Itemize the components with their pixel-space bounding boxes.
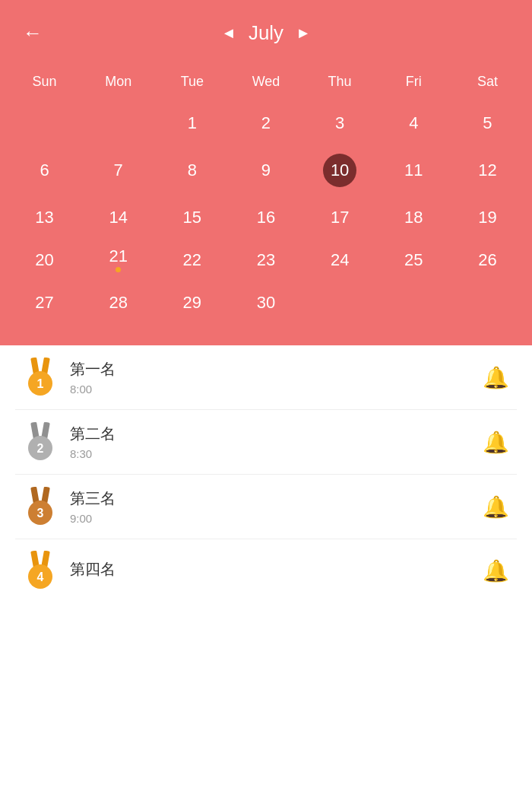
- medal-svg-4: 4: [23, 551, 58, 590]
- medal-icon: 1: [23, 360, 58, 395]
- events-list: 1 第一名8:00🔔 2 第二名8:30🔔 3: [0, 345, 532, 602]
- back-button[interactable]: ←: [23, 21, 43, 45]
- calendar-header: ← ◄ July ►: [0, 0, 532, 60]
- medal-icon: 4: [23, 553, 58, 588]
- bell-icon[interactable]: 🔔: [483, 558, 509, 583]
- calendar-day[interactable]: 15: [155, 198, 229, 237]
- calendar-day[interactable]: 8: [155, 146, 229, 195]
- weekday-sat: Sat: [451, 68, 524, 96]
- calendar-day[interactable]: 18: [377, 198, 451, 237]
- event-time: 8:00: [70, 383, 470, 396]
- weekday-headers: SunMonTueWedThuFriSat: [0, 60, 532, 100]
- event-content: 第三名9:00: [70, 488, 470, 525]
- list-item[interactable]: 3 第三名9:00🔔: [15, 475, 517, 539]
- calendar-day[interactable]: 5: [451, 103, 524, 143]
- svg-text:4: 4: [37, 571, 44, 583]
- calendar-day[interactable]: 14: [81, 198, 155, 237]
- calendar-day[interactable]: 16: [229, 198, 302, 237]
- calendar-day[interactable]: 21: [81, 240, 155, 280]
- calendar-day[interactable]: 26: [451, 240, 524, 280]
- weekday-tue: Tue: [155, 68, 229, 96]
- list-item[interactable]: 4 第四名🔔: [15, 539, 517, 602]
- calendar-day[interactable]: 4: [377, 103, 451, 143]
- svg-text:2: 2: [37, 442, 44, 455]
- calendar-day[interactable]: 20: [8, 240, 81, 280]
- next-month-button[interactable]: ►: [296, 24, 311, 42]
- calendar-day[interactable]: 12: [451, 146, 524, 195]
- medal-svg-1: 1: [23, 358, 58, 397]
- calendar-day[interactable]: 13: [8, 198, 81, 237]
- calendar-day[interactable]: 9: [229, 146, 302, 195]
- month-label: July: [249, 21, 283, 45]
- prev-month-button[interactable]: ◄: [221, 24, 236, 42]
- svg-text:1: 1: [37, 377, 44, 390]
- weekday-sun: Sun: [8, 68, 81, 96]
- calendar-day[interactable]: 10: [303, 146, 377, 195]
- calendar-day[interactable]: 2: [229, 103, 302, 143]
- calendar-grid: 1234567891011121314151617181920212223242…: [0, 100, 532, 323]
- calendar-day[interactable]: 22: [155, 240, 229, 280]
- event-title: 第四名: [70, 559, 470, 580]
- calendar-day[interactable]: 27: [8, 283, 81, 323]
- calendar-day[interactable]: 17: [303, 198, 377, 237]
- bell-icon[interactable]: 🔔: [483, 430, 509, 455]
- event-content: 第一名8:00: [70, 359, 470, 396]
- event-content: 第四名: [70, 559, 470, 583]
- calendar-day: [8, 103, 81, 143]
- list-item[interactable]: 2 第二名8:30🔔: [15, 410, 517, 475]
- calendar-day[interactable]: 28: [81, 283, 155, 323]
- calendar-day[interactable]: 19: [451, 198, 524, 237]
- calendar-day[interactable]: 29: [155, 283, 229, 323]
- event-content: 第二名8:30: [70, 424, 470, 460]
- weekday-fri: Fri: [377, 68, 451, 96]
- calendar-day[interactable]: 1: [155, 103, 229, 143]
- calendar-day[interactable]: 25: [377, 240, 451, 280]
- calendar-day: [451, 283, 524, 323]
- medal-svg-3: 3: [23, 487, 58, 526]
- list-item[interactable]: 1 第一名8:00🔔: [15, 345, 517, 410]
- event-title: 第三名: [70, 488, 470, 509]
- event-time: 9:00: [70, 512, 470, 525]
- calendar-day: [81, 103, 155, 143]
- event-title: 第二名: [70, 424, 470, 444]
- bell-icon[interactable]: 🔔: [483, 494, 509, 520]
- month-navigation: ◄ July ►: [221, 21, 311, 45]
- calendar-day[interactable]: 24: [303, 240, 377, 280]
- calendar-day: [303, 283, 377, 323]
- calendar-day[interactable]: 6: [8, 146, 81, 195]
- weekday-wed: Wed: [229, 68, 302, 96]
- weekday-thu: Thu: [303, 68, 377, 96]
- weekday-mon: Mon: [81, 68, 155, 96]
- event-title: 第一名: [70, 359, 470, 380]
- calendar-day[interactable]: 11: [377, 146, 451, 195]
- svg-text:3: 3: [37, 507, 44, 520]
- event-time: 8:30: [70, 447, 470, 460]
- medal-icon: 2: [23, 424, 58, 459]
- medal-svg-2: 2: [23, 422, 58, 462]
- calendar-day[interactable]: 30: [229, 283, 302, 323]
- bell-icon[interactable]: 🔔: [483, 365, 509, 390]
- calendar-section: ← ◄ July ► SunMonTueWedThuFriSat 1234567…: [0, 0, 532, 345]
- calendar-day[interactable]: 3: [303, 103, 377, 143]
- calendar-day[interactable]: 23: [229, 240, 302, 280]
- medal-icon: 3: [23, 489, 58, 524]
- calendar-day[interactable]: 7: [81, 146, 155, 195]
- calendar-day: [377, 283, 451, 323]
